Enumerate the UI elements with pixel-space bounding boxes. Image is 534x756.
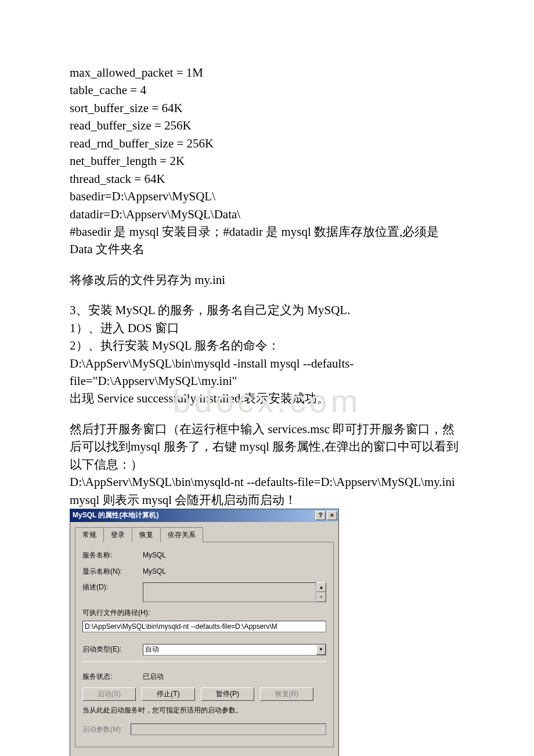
tab-logon[interactable]: 登录	[103, 527, 132, 542]
start-button: 启动(S)	[82, 687, 136, 701]
text: 3、安装 MySQL 的服务，服务名自己定义为 MySQL.	[70, 301, 464, 319]
scroll-down-icon[interactable]: ▼	[316, 592, 326, 602]
startup-type-value[interactable]	[143, 644, 326, 656]
text: D:\AppServ\MySQL\bin\mysqld -install mys…	[70, 355, 464, 390]
dialog-footer: 确定 取消 应用(A)	[70, 752, 338, 756]
text: D:\AppServ\MySQL\bin\mysqld-nt --default…	[70, 473, 464, 509]
paragraph: 然后打开服务窗口（在运行框中输入 services.msc 即可打开服务窗口，然…	[70, 420, 464, 509]
tab-strip: 常规 登录 恢复 依存关系	[75, 527, 334, 542]
stop-button[interactable]: 停止(T)	[142, 687, 195, 701]
cfg-line: read_rnd_buffer_size = 256K	[70, 135, 464, 152]
config-lines: max_allowed_packet = 1M table_cache = 4 …	[70, 64, 464, 258]
exe-path-field[interactable]	[82, 621, 326, 632]
tab-dependencies[interactable]: 依存关系	[160, 527, 203, 542]
value-service-name: MySQL	[143, 550, 326, 560]
resume-button: 恢复(R)	[260, 687, 313, 701]
cfg-line: datadir=D:\Appserv\MySQL\Data\	[70, 206, 464, 223]
label-startup-type: 启动类型(E):	[82, 645, 143, 654]
tab-general[interactable]: 常规	[75, 527, 104, 542]
close-button[interactable]: ×	[327, 511, 337, 520]
text: 2）、执行安装 MySQL 服务名的命令：	[70, 337, 464, 354]
label-service-status: 服务状态:	[82, 672, 143, 682]
startup-note: 当从此处启动服务时，您可指定所适用的启动参数。	[82, 705, 326, 715]
description-scroll[interactable]: ▲ ▼	[316, 582, 326, 602]
chevron-down-icon[interactable]: ▼	[316, 645, 326, 655]
dialog-title: MySQL 的属性(本地计算机)	[73, 510, 158, 520]
label-start-params: 启动参数(M):	[82, 725, 131, 735]
description-textarea[interactable]	[143, 582, 316, 602]
cfg-line: basedir=D:\Appserv\MySQL\	[70, 188, 464, 205]
value-display-name: MySQL	[143, 567, 326, 577]
text: 将修改后的文件另存为 my.ini	[70, 271, 464, 289]
text: 然后打开服务窗口（在运行框中输入 services.msc 即可打开服务窗口，然…	[70, 420, 464, 473]
paragraph: 将修改后的文件另存为 my.ini	[70, 271, 464, 289]
cfg-line: read_buffer_size = 256K	[70, 117, 464, 134]
label-description: 描述(D):	[82, 582, 143, 592]
label-service-name: 服务名称:	[82, 550, 143, 560]
cfg-line: #basedir 是 mysql 安装目录；#datadir 是 mysql 数…	[70, 223, 464, 258]
start-params-field	[131, 723, 326, 735]
cfg-line: net_buffer_length = 2K	[70, 152, 464, 170]
titlebar[interactable]: MySQL 的属性(本地计算机) ? ×	[70, 509, 338, 522]
scroll-up-icon[interactable]: ▲	[316, 582, 326, 592]
help-button[interactable]: ?	[315, 511, 326, 520]
label-exe-path: 可执行文件的路径(H):	[82, 608, 326, 618]
cfg-line: table_cache = 4	[70, 81, 464, 99]
cfg-line: max_allowed_packet = 1M	[70, 64, 464, 81]
text: 1）、进入 DOS 窗口	[70, 319, 464, 337]
startup-type-combo[interactable]: ▼	[143, 644, 326, 656]
label-display-name: 显示名称(N):	[82, 567, 143, 577]
tab-panel: 服务名称: MySQL 显示名称(N): MySQL 描述(D): ▲ ▼ 可执…	[75, 542, 334, 747]
text: 出现 Service successfully installed.表示安装成功…	[70, 390, 464, 407]
pause-button[interactable]: 暂停(P)	[201, 687, 254, 701]
cfg-line: sort_buffer_size = 64K	[70, 99, 464, 117]
value-service-status: 已启动	[143, 672, 326, 682]
properties-dialog: MySQL 的属性(本地计算机) ? × 常规 登录 恢复 依存关系 服务名称:…	[70, 509, 339, 756]
cfg-line: thread_stack = 64K	[70, 170, 464, 188]
paragraph: 3、安装 MySQL 的服务，服务名自己定义为 MySQL. 1）、进入 DOS…	[70, 301, 464, 408]
tab-recovery[interactable]: 恢复	[132, 527, 161, 542]
